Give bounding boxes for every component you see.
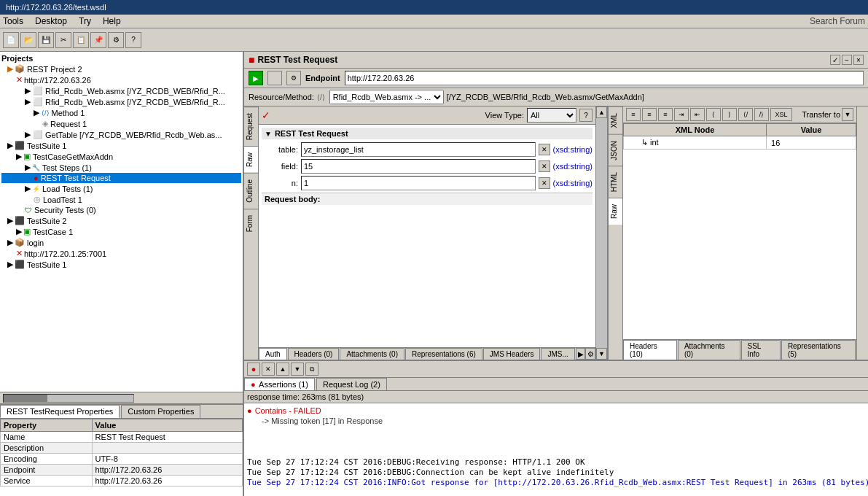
etab-jms2[interactable]: JMS... [541,348,574,360]
xml-etab-representations[interactable]: Representations (5) [781,340,856,360]
tree-item-testcase1[interactable]: ▶ ▣ TestCase 1 [1,226,241,237]
etab-attachments[interactable]: Attachments (0) [340,348,404,360]
brtab-assertions[interactable]: ● Assertions (1) [244,378,315,390]
resource-select[interactable]: Rfid_Rcdb_Web.asmx -> ... [329,90,444,104]
xml-btn7[interactable]: ⟨/ [738,108,753,121]
tree-item-teststeps[interactable]: ▶ 🔧 Test Steps (1) [1,162,241,173]
vtab-json[interactable]: JSON [609,134,622,166]
xml-etab-headers[interactable]: Headers (10) [623,340,677,360]
tree-item-testcase-getmax[interactable]: ▶ ▣ TestCaseGetMaxAddn [1,151,241,162]
tree-item-testsuite1[interactable]: ▶ ⬛ TestSuite 1 [1,140,241,151]
transfer-btn[interactable]: ▼ [842,108,853,121]
assertion-delete-btn[interactable]: ✕ [262,363,275,376]
vtab-outline[interactable]: Outline [244,173,258,209]
tree-horizontal-scroll[interactable] [0,392,243,403]
tree-item-interface1[interactable]: ▶ ⬜ Rfid_Rcdb_Web.asmx [/YZ_RCDB_WEB/Rfi… [1,85,241,96]
window-close-btn[interactable]: × [853,55,864,65]
tab-rest-properties[interactable]: REST TestRequest Properties [0,405,120,418]
viewtype-select[interactable]: All Overview Headers Body [527,108,576,123]
xml-etab-ssl[interactable]: SSL Info [741,340,781,360]
assertion-copy-btn[interactable]: ⧉ [305,363,318,376]
xml-indent[interactable]: ⇥ [674,108,689,121]
vtab-raw-xml[interactable]: Raw [609,198,622,225]
collapse-icon[interactable]: ▼ [265,130,272,138]
toolbar-cut-btn[interactable]: ✂ [55,32,71,48]
menu-try[interactable]: Try [79,16,91,26]
xml-align-center[interactable]: ≡ [642,108,657,121]
menu-tools[interactable]: Tools [3,16,23,26]
tree-item-testsuite2[interactable]: ▶ ⬛ TestSuite 2 [1,215,241,226]
tree-item-service1[interactable]: ✕ http://172.20.63.26 [1,74,241,85]
tree-item-service2[interactable]: ✕ http://172.20.1.25:7001 [1,248,241,259]
config-button[interactable]: ⚙ [286,71,301,85]
toolbar-help-btn[interactable]: ? [125,32,141,48]
tree-item-security[interactable]: 🛡 Security Tests (0) [1,205,241,215]
endpoint-input[interactable] [345,71,864,85]
toolbar-save-btn[interactable]: 💾 [38,32,54,48]
tree-item-loadtests[interactable]: ▶ ⚡ Load Tests (1) [1,183,241,194]
scroll-track[interactable] [3,394,134,403]
toolbar-new-btn[interactable]: 📄 [3,32,19,48]
assertion-add-btn[interactable]: ● [247,363,260,376]
tree-item-testsuite3[interactable]: ▶ ⬛ TestSuite 1 [1,259,241,270]
vtab-form[interactable]: Form [244,209,258,238]
assertion-down-btn[interactable]: ▼ [291,363,304,376]
field-input-n[interactable] [301,176,536,190]
etab-headers[interactable]: Headers (0) [288,348,340,360]
assertion-up-btn[interactable]: ▲ [276,363,289,376]
clear-n-btn[interactable]: ✕ [539,177,550,189]
col-property: Property [1,419,93,432]
xml-etab-attachments[interactable]: Attachments (0) [678,340,740,360]
menu-desktop[interactable]: Desktop [35,16,67,26]
tabs-config[interactable]: ⚙ [585,348,595,360]
project-tree[interactable]: Projects ▶ 📦 REST Project 2 ✕ http://172… [0,52,243,392]
toolbar-open-btn[interactable]: 📂 [20,32,36,48]
prop-value: UTF-8 [92,454,242,465]
toolbar-prefs-btn[interactable]: ⚙ [108,32,124,48]
scroll-down[interactable]: ▼ [596,348,607,360]
xml-btn8[interactable]: /⟩ [754,108,769,121]
tree-item-interface3[interactable]: ▶ ⬜ GetTable [/YZ_RCDB_WEB/Rfid_Rcdb_Web… [1,129,241,140]
brtab-request-log[interactable]: Request Log (2) [316,378,387,390]
xml-align-right[interactable]: ≡ [658,108,673,121]
tab-custom-properties[interactable]: Custom Properties [121,405,200,418]
property-row: Servicehttp://172.20.63.26 [1,476,243,487]
xml-outdent[interactable]: ⇤ [690,108,705,121]
help-button[interactable]: ? [579,109,593,122]
tree-item-request1[interactable]: ◈ Request 1 [1,118,241,129]
menu-help[interactable]: Help [103,16,121,26]
tabs-scroll-right[interactable]: ▶ [576,348,586,360]
toolbar-paste-btn[interactable]: 📌 [90,32,106,48]
vtab-raw[interactable]: Raw [244,146,258,173]
vtab-xml[interactable]: XML [609,106,622,134]
tree-item-login[interactable]: ▶ 📦 login [1,237,241,248]
xml-format[interactable]: XSL [770,108,792,121]
xml-btn5[interactable]: ⟨ [706,108,721,121]
etab-representations[interactable]: Representations (6) [405,348,482,360]
stop-button[interactable] [267,71,282,85]
clear-table-btn[interactable]: ✕ [539,144,550,155]
etab-jms-headers[interactable]: JMS Headers [483,348,541,360]
play-button[interactable]: ▶ [249,71,263,85]
tree-item-rest-project2[interactable]: ▶ 📦 REST Project 2 [1,63,241,74]
editor-scrollbar[interactable]: ▲ ▼ [595,106,607,360]
field-input-table[interactable] [301,142,536,157]
tree-item-method1[interactable]: ▶ ⟨/⟩ Method 1 [1,107,241,118]
xml-align-left[interactable]: ≡ [626,108,641,121]
clear-field-btn[interactable]: ✕ [539,160,550,172]
vtab-request[interactable]: Request [244,106,258,146]
toolbar-copy-btn[interactable]: 📋 [73,32,89,48]
xml-scrollbar[interactable] [856,106,868,360]
tree-item-rest-test-request[interactable]: ● REST Test Request [1,173,241,183]
vtab-html[interactable]: HTML [609,166,622,198]
field-input-field[interactable] [301,159,536,174]
window-check-btn[interactable]: ✓ [830,55,840,65]
xml-btn6[interactable]: ⟩ [722,108,737,121]
tree-item-loadtest1[interactable]: ◎ LoadTest 1 [1,194,241,205]
scroll-up[interactable]: ▲ [596,106,607,118]
window-minimize-btn[interactable]: − [842,55,852,65]
scroll-thumb[interactable] [4,395,47,402]
tree-item-interface2[interactable]: ▶ ⬜ Rfid_Rcdb_Web.asmx [/YZ_RCDB_WEB/Rfi… [1,96,241,107]
xml-value: 16 [767,136,856,150]
etab-auth[interactable]: Auth [259,348,287,360]
